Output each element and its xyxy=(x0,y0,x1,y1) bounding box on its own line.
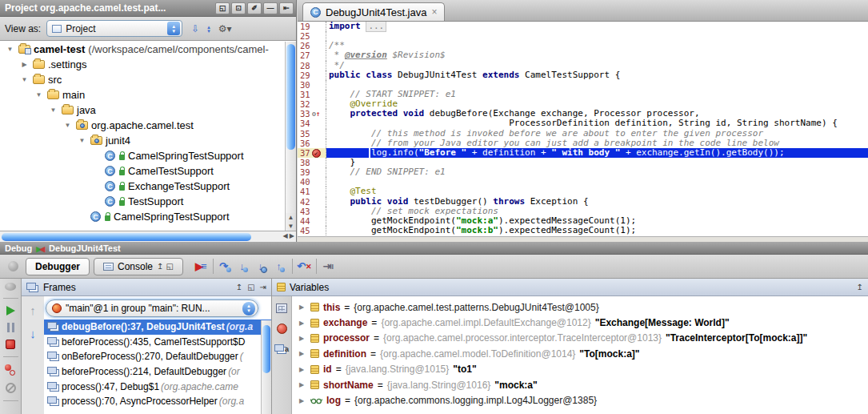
editor-gutter[interactable]: 41 xyxy=(298,187,326,196)
project-horizontal-scrollbar[interactable]: ◀ ▶ xyxy=(0,231,296,242)
event-log-icon[interactable] xyxy=(5,283,16,291)
evaluate-expression-icon[interactable] xyxy=(276,303,287,313)
stack-frame-row[interactable]: beforeProcess():435, CamelTestSupport$D xyxy=(44,335,271,350)
dock-right-icon[interactable]: ⇥ xyxy=(260,283,266,291)
expander-icon[interactable]: ▼ xyxy=(5,46,15,53)
tab-debugger[interactable]: Debugger xyxy=(26,258,90,275)
scrollbar-thumb[interactable] xyxy=(2,233,251,241)
step-into-icon[interactable]: ↓ xyxy=(234,259,253,275)
editor-gutter[interactable]: 31 xyxy=(298,90,326,99)
project-vertical-scrollbar[interactable]: ▲▼ xyxy=(285,42,296,231)
mute-breakpoints-icon[interactable] xyxy=(6,383,16,393)
settings-icon[interactable]: ⚙▾ xyxy=(218,23,232,34)
expander-icon[interactable]: ▶ xyxy=(299,303,306,311)
editor-gutter[interactable]: 40 xyxy=(298,177,326,187)
variable-row[interactable]: ▶log={org.apache.commons.logging.impl.Lo… xyxy=(292,392,868,408)
pop-frame-icon[interactable]: ↶✕ xyxy=(295,259,314,275)
editor-gutter[interactable]: 32 xyxy=(298,99,326,109)
editor-gutter[interactable]: 29 xyxy=(298,70,326,80)
editor-gutter[interactable]: 36 xyxy=(298,139,326,148)
auto-variables-icon[interactable]: a xyxy=(274,344,289,354)
override-method-icon[interactable]: o↑ xyxy=(312,109,321,119)
tree-item[interactable]: ▼main xyxy=(0,87,285,102)
editor-gutter[interactable]: 45 xyxy=(298,226,326,235)
code-text[interactable]: import ... xyxy=(326,22,868,31)
float-icon[interactable]: ◱ xyxy=(247,283,254,291)
tab-console[interactable]: Console ↥◱ xyxy=(94,258,183,275)
view-breakpoints-icon[interactable] xyxy=(5,364,16,376)
editor-gutter[interactable]: 39 xyxy=(298,167,326,177)
expander-icon[interactable]: ▼ xyxy=(62,122,73,129)
show-execution-point-icon[interactable]: ▶≡ xyxy=(192,259,210,275)
frames-scrollbar[interactable] xyxy=(261,320,271,414)
step-out-icon[interactable]: ↑ xyxy=(271,259,290,275)
expander-icon[interactable]: ▼ xyxy=(48,107,58,114)
scrollbar-thumb[interactable] xyxy=(286,44,295,150)
editor-gutter[interactable]: 28 xyxy=(298,61,326,70)
collapse-all-icon[interactable]: ▴▾ xyxy=(207,25,210,33)
stack-frame-row[interactable]: process():70, AsyncProcessorHelper (org.… xyxy=(44,394,271,409)
variable-row[interactable]: ▶processor={org.apache.camel.processor.i… xyxy=(292,331,868,346)
code-line[interactable]: 27 * @version $Revision$ xyxy=(298,50,868,60)
combo-stepper-icon[interactable]: ▲▼ xyxy=(167,22,180,35)
code-line[interactable]: 39 // END SNIPPET: e1 xyxy=(298,167,868,177)
watches-icon[interactable] xyxy=(277,324,287,334)
editor-gutter[interactable]: 25 xyxy=(298,31,326,41)
code-text[interactable]: // END SNIPPET: e1 xyxy=(326,167,868,177)
stack-frame-row[interactable]: process():47, Debug$1 (org.apache.came xyxy=(44,379,271,394)
expander-icon[interactable]: ▶ xyxy=(299,335,306,342)
tree-item[interactable]: ▶.settings xyxy=(0,57,285,72)
expander-icon[interactable]: ▼ xyxy=(19,76,30,83)
next-frame-icon[interactable]: ↓ xyxy=(30,327,36,340)
code-text[interactable]: * @version $Revision$ xyxy=(326,50,868,60)
variable-row[interactable]: ▶shortName={java.lang.String@1016}"mock:… xyxy=(292,377,868,392)
expander-icon[interactable]: ▼ xyxy=(34,91,44,98)
hide-icon[interactable]: ⇤ xyxy=(279,2,294,14)
editor-gutter[interactable]: 27 xyxy=(298,50,326,60)
editor-gutter[interactable]: 44 xyxy=(298,216,326,226)
scrollbar-buttons[interactable]: ▲▼ xyxy=(286,213,296,231)
code-line[interactable]: 37✔ log.info("Before " + definition + " … xyxy=(298,148,868,158)
editor-gutter[interactable]: 26 xyxy=(298,41,326,50)
tree-item[interactable]: CCamelSpringTestSupport xyxy=(0,148,285,163)
stack-frame-row[interactable]: beforeProcess():214, DefaultDebugger (or xyxy=(44,364,271,380)
combo-stepper-icon[interactable]: ▲▼ xyxy=(242,302,255,316)
tree-item[interactable]: CCamelTestSupport xyxy=(0,163,285,179)
expander-icon[interactable]: ▶ xyxy=(299,320,306,327)
code-line[interactable]: 45 getMockEndpoint("mock:b").expectedMes… xyxy=(298,226,868,235)
float-window-icon[interactable]: ◱ xyxy=(215,2,230,14)
editor-gutter[interactable]: 30 xyxy=(298,80,326,90)
tree-item[interactable]: ▼src xyxy=(0,72,285,87)
restore-icon[interactable]: ↥ xyxy=(236,283,242,291)
variable-row[interactable]: ▶this={org.apache.camel.test.patterns.De… xyxy=(292,299,868,315)
force-step-into-icon[interactable]: ↓ xyxy=(253,259,271,275)
editor-gutter[interactable]: 33o↑ xyxy=(298,109,326,119)
editor-gutter[interactable]: 34 xyxy=(298,119,326,128)
code-line[interactable]: 40 xyxy=(298,177,868,187)
expander-icon[interactable]: ▶ xyxy=(299,381,306,388)
debug-settings-icon[interactable] xyxy=(4,261,22,271)
stop-icon[interactable] xyxy=(6,340,15,349)
run-to-cursor-icon[interactable]: ⇥I xyxy=(319,259,338,275)
code-text[interactable]: log.info("Before " + definition + " with… xyxy=(326,148,868,158)
variable-row[interactable]: ▶definition={org.apache.camel.model.ToDe… xyxy=(292,346,868,361)
editor-gutter[interactable]: 37✔ xyxy=(298,148,326,158)
thread-selector[interactable]: "main"@1 in group "main": RUN... ▲▼ xyxy=(46,299,258,317)
minimize-icon[interactable]: — xyxy=(263,2,278,14)
code-text[interactable] xyxy=(326,31,868,41)
editor-gutter[interactable]: 42 xyxy=(298,197,326,207)
scrollbar-thumb[interactable] xyxy=(262,325,270,373)
code-text[interactable]: public class DebugJUnit4Test extends Cam… xyxy=(326,70,868,80)
code-text[interactable] xyxy=(326,177,868,187)
resume-icon[interactable] xyxy=(6,306,15,316)
tree-item[interactable]: ▼java xyxy=(0,102,285,118)
code-line[interactable]: 19import ... xyxy=(298,22,868,31)
step-over-icon[interactable]: ↷ xyxy=(216,259,234,275)
view-mode-combobox[interactable]: Project ▲▼ xyxy=(46,20,182,37)
tree-item[interactable]: CCamelSpringTestSupport xyxy=(0,209,285,224)
tree-item[interactable]: CTestSupport xyxy=(0,194,285,209)
editor-gutter[interactable]: 19 xyxy=(298,22,326,31)
pause-icon[interactable] xyxy=(7,323,14,332)
expander-icon[interactable]: ▶ xyxy=(299,397,306,404)
code-line[interactable]: 29public class DebugJUnit4Test extends C… xyxy=(298,70,868,80)
